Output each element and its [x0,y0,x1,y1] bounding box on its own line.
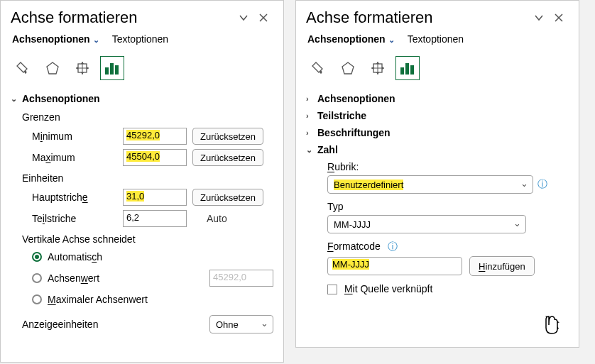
bounds-label: Grenzen [11,107,273,126]
chevron-right-icon: › [306,94,317,103]
minor-label: Teilstriche [32,213,117,224]
info-icon[interactable]: ⓘ [537,178,547,191]
tabs: Achsenoptionen⌄ Textoptionen [296,31,579,48]
type-select[interactable]: MM-JJJJ [327,215,526,233]
panel-header: Achse formatieren [1,1,283,31]
panel-header: Achse formatieren [296,1,579,31]
option-icons [296,48,579,90]
info-icon[interactable]: ⓘ [388,241,398,252]
chevron-right-icon: › [306,111,317,120]
svg-rect-2 [105,67,109,75]
units-label: Einheiten [11,168,273,187]
axis-value-input: 45292,0 [209,270,273,287]
radio-max-label: Maximaler Achsenwert [48,294,148,305]
collapse-icon[interactable] [529,8,549,28]
radio-auto[interactable]: Automatisch [11,248,273,266]
tabs: Achsenoptionen⌄ Textoptionen [1,31,283,48]
minimum-row: Minimum 45292,0 Zurücksetzen [11,126,273,147]
axis-options-icon[interactable] [395,56,420,80]
formatcode-label: Formatcode ⓘ [306,233,569,253]
radio-icon [32,252,42,262]
type-label: Typ [306,194,569,212]
major-input[interactable]: 31,0 [123,189,187,206]
size-icon[interactable] [70,56,94,80]
svg-marker-0 [47,62,58,74]
display-units-label: Anzeigeeinheiten [22,319,98,330]
section-axis-options[interactable]: ⌄ Achsenoptionen [11,90,273,107]
major-row: Hauptstriche 31,0 Zurücksetzen [11,187,273,208]
axis-options-icon[interactable] [100,56,124,80]
minor-row: Teilstriche 6,2 Auto [11,208,273,229]
format-axis-panel-right: Achse formatieren Achsenoptionen⌄ Textop… [295,0,579,348]
radio-value-label: Achsenwert [48,272,154,284]
panel-content: › Achsenoptionen › Teilstriche › Beschri… [296,90,579,347]
radio-icon [32,294,42,304]
effects-icon[interactable] [40,56,65,80]
formatcode-input[interactable]: MM-JJJJ [327,257,462,275]
radio-max-value[interactable]: Maximaler Achsenwert [11,290,273,309]
reset-major-button[interactable]: Zurücksetzen [192,189,263,206]
panel-title: Achse formatieren [11,9,234,27]
close-icon[interactable] [549,8,569,28]
svg-rect-4 [115,65,119,75]
section-number[interactable]: ⌄ Zahl [306,141,569,158]
section-axis-options[interactable]: › Achsenoptionen [306,90,569,107]
radio-icon [32,273,42,283]
minor-input[interactable]: 6,2 [123,210,187,227]
category-label: Rubrik: [306,158,569,172]
reset-minimum-button[interactable]: Zurücksetzen [192,128,263,145]
chevron-right-icon: › [306,128,317,137]
display-units-row: Anzeigeeinheiten Ohne [11,313,273,336]
tab-axis-options[interactable]: Achsenoptionen⌄ [307,33,395,48]
chevron-down-icon: ⌄ [388,35,395,44]
minor-auto-label: Auto [192,213,241,224]
reset-maximum-button[interactable]: Zurücksetzen [192,149,263,166]
svg-rect-9 [410,65,414,75]
effects-icon[interactable] [336,56,360,80]
fill-icon[interactable] [11,56,35,80]
format-axis-panel-left: Achse formatieren Achsenoptionen⌄ Textop… [0,0,284,363]
radio-axis-value[interactable]: Achsenwert 45292,0 [11,266,273,290]
display-units-select[interactable]: Ohne [209,315,273,333]
minimum-label: Minimum [32,131,117,142]
cross-label: Vertikale Achse schneidet [11,229,273,248]
chevron-down-icon: ⌄ [11,94,22,104]
svg-marker-5 [342,62,354,74]
maximum-input[interactable]: 45504,0 [123,149,187,166]
radio-auto-label: Automatisch [48,251,102,263]
maximum-row: Maximum 45504,0 Zurücksetzen [11,147,273,168]
panel-title: Achse formatieren [306,9,529,27]
major-label: Hauptstriche [32,192,117,203]
category-select[interactable]: Benutzerdefiniert [327,175,533,194]
maximum-label: Maximum [32,152,117,163]
tab-text-options[interactable]: Textoptionen [112,33,168,48]
section-ticks[interactable]: › Teilstriche [306,107,569,124]
chevron-down-icon: ⌄ [93,35,99,44]
tab-text-options[interactable]: Textoptionen [408,33,464,48]
chevron-down-icon: ⌄ [306,145,317,155]
size-icon[interactable] [366,56,390,80]
close-icon[interactable] [253,8,273,28]
linked-checkbox[interactable]: Mit Quelle verknüpft [306,276,569,294]
section-labels[interactable]: › Beschriftungen [306,124,569,141]
svg-rect-8 [405,63,409,75]
minimum-input[interactable]: 45292,0 [123,128,187,145]
fill-icon[interactable] [306,56,330,80]
collapse-icon[interactable] [234,8,253,28]
add-button[interactable]: Hinzufügen [469,256,535,276]
svg-rect-3 [110,63,114,75]
panel-content: ⌄ Achsenoptionen Grenzen Minimum 45292,0… [1,90,283,362]
tab-axis-options[interactable]: Achsenoptionen⌄ [12,33,99,48]
checkbox-icon [327,285,337,294]
svg-rect-7 [400,67,404,75]
option-icons [1,48,283,90]
